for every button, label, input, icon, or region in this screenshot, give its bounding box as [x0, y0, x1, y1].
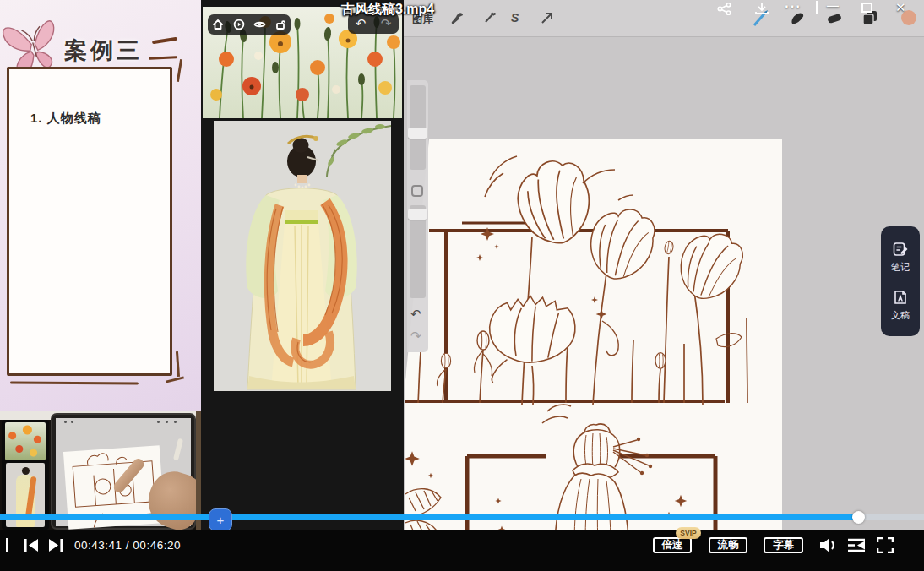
eraser-tool-icon[interactable]: [826, 11, 843, 26]
gallery-menu[interactable]: 图库: [412, 13, 433, 27]
fullscreen-icon[interactable]: [877, 537, 894, 553]
title-brushstroke: [152, 37, 177, 45]
time-current: 00:43:41: [74, 539, 122, 552]
play-circle-icon[interactable]: [233, 19, 245, 30]
unlock-icon[interactable]: [275, 19, 286, 30]
previous-episode-icon[interactable]: [24, 539, 40, 552]
hanfu-woman-image: [214, 121, 391, 391]
pip-thumb-hair: [22, 467, 30, 475]
reference-toolbar-right: ↶ ↷: [348, 13, 399, 34]
canvas-artwork: [405, 139, 782, 543]
minimize-button[interactable]: —: [827, 0, 839, 13]
transform-arrow-icon[interactable]: [541, 11, 554, 24]
eye-icon[interactable]: [253, 19, 266, 30]
progress-fill: [0, 514, 858, 520]
notes-button[interactable]: 笔记: [891, 241, 910, 274]
wrench-icon[interactable]: [450, 11, 465, 25]
reference-column: ↶ ↷: [201, 0, 404, 530]
reference-toolbar-left: [208, 14, 291, 35]
box-decor-corner: [176, 351, 180, 377]
brush-opacity-handle[interactable]: [408, 209, 427, 220]
progress-note-marker[interactable]: +: [209, 508, 232, 531]
speed-button[interactable]: 倍速: [653, 537, 692, 553]
maximize-button[interactable]: [861, 3, 872, 13]
redo-icon[interactable]: ↷: [381, 17, 392, 30]
title-brushstroke: [149, 56, 177, 60]
player-control-bar: 00:43:41 / 00:46:20 倍速 SVIP 流畅 字幕: [0, 530, 924, 571]
undo-button[interactable]: ↶: [410, 307, 421, 322]
undo-icon[interactable]: ↶: [356, 17, 367, 30]
download-icon[interactable]: [754, 2, 769, 15]
transcript-button[interactable]: 文稿: [891, 289, 910, 322]
note-pencil-icon: [892, 241, 909, 258]
transcript-label: 文稿: [891, 309, 910, 322]
close-button[interactable]: ✕: [895, 0, 906, 15]
time-display: 00:43:41 / 00:46:20: [74, 539, 181, 552]
next-episode-icon[interactable]: [47, 539, 63, 552]
floating-side-panel: 笔记 文稿: [881, 226, 920, 336]
drawing-app-topbar: 图库 S: [404, 0, 924, 37]
video-player-window: 案例三 1. 人物线稿: [0, 0, 924, 571]
volume-icon[interactable]: [820, 537, 840, 553]
brush-size-handle[interactable]: [408, 128, 427, 139]
titlebar-divider: [816, 1, 818, 14]
subtitle-button[interactable]: 字幕: [764, 537, 803, 553]
share-icon[interactable]: [717, 3, 732, 15]
slide-title: 案例三: [64, 35, 143, 66]
progress-bar[interactable]: [0, 514, 924, 520]
pip-desk: [196, 411, 201, 530]
pip-camera-view: [0, 411, 201, 530]
pip-phone-flower-thumb: [5, 422, 46, 460]
document-a-icon: [892, 289, 909, 306]
pause-button[interactable]: [6, 538, 8, 552]
box-decor-corner: [166, 376, 184, 383]
quality-button[interactable]: 流畅: [709, 537, 747, 553]
home-icon[interactable]: [212, 19, 224, 30]
modify-button[interactable]: [411, 185, 423, 197]
time-total: 00:46:20: [133, 539, 181, 552]
slide-bullet-text: 1. 人物线稿: [30, 111, 101, 127]
svip-badge: SVIP: [676, 527, 701, 539]
more-options-button[interactable]: ···: [785, 0, 802, 15]
reference-photo-hanfu: [214, 121, 391, 391]
redo-button[interactable]: ↷: [410, 329, 421, 344]
selection-icon[interactable]: S: [511, 11, 519, 24]
canvas-paper: [405, 139, 782, 543]
box-decor-line: [10, 381, 139, 384]
adjustments-wand-icon[interactable]: [483, 11, 497, 24]
notes-label: 笔记: [891, 261, 910, 274]
brush-sidebar: ↶ ↷: [407, 80, 428, 352]
playlist-icon[interactable]: [848, 538, 866, 552]
pip-phone-screen: [2, 420, 49, 530]
box-decor-corner: [177, 59, 182, 82]
time-separator: /: [126, 539, 129, 552]
drawing-app: 图库 S: [404, 0, 924, 530]
